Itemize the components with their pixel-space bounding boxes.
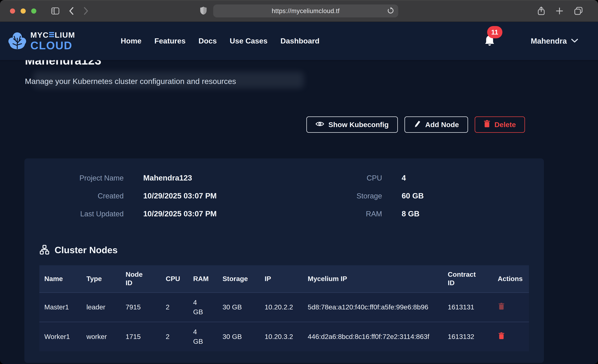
brand-top-pre: MYC [30,31,49,39]
new-tab-icon[interactable] [556,7,563,15]
nav-link-docs[interactable]: Docs [199,37,217,45]
url-text: https://myceliumcloud.tf [272,8,340,15]
delete-cluster-button[interactable]: Delete [475,116,525,133]
cell-name: Master1 [39,292,82,322]
notification-count-badge: 11 [487,26,502,38]
close-window-button[interactable] [10,8,15,14]
show-kubeconfig-button[interactable]: Show Kubeconfig [306,116,398,133]
delete-node-button[interactable] [498,302,505,311]
page-subtitle: Manage your Kubernetes cluster configura… [25,77,573,86]
cell-node-id: 7915 [121,292,161,322]
add-node-label: Add Node [425,121,459,129]
cell-mycelium-ip: 5d8:78ea:a120:f40c:ff0f:a5fe:99e6:8b96 [303,292,443,322]
chevron-down-icon [571,38,578,44]
browser-titlebar: https://myceliumcloud.tf [0,0,598,22]
brand-top-post: LIUM [55,31,75,39]
bell-icon [484,44,495,47]
cell-type: worker [82,322,121,351]
page-body: MYCLIUM CLOUD Home Features Docs Use Cas… [0,22,598,364]
cell-cpu: 2 [161,292,188,322]
project-name-value: Mahendra123 [143,173,192,182]
ram-label: RAM [298,210,382,218]
col-header-node-id: Node ID [121,265,161,292]
cpu-label: CPU [298,174,382,182]
cluster-actions: Show Kubeconfig Add Node [0,116,525,133]
traffic-lights [10,8,36,14]
cell-storage: 30 GB [218,322,260,351]
storage-value: 60 GB [402,191,424,200]
tabs-overview-icon[interactable] [574,7,583,15]
sidebar-toggle-icon[interactable] [51,8,59,14]
brand-logo[interactable]: MYCLIUM CLOUD [8,31,75,51]
table-row-master1: Master1 leader 7915 2 4 GB 30 GB 10.20.2… [39,292,529,322]
col-header-name: Name [39,265,82,292]
cell-storage: 30 GB [218,292,260,322]
cpu-value: 4 [402,173,406,182]
nav-link-dashboard[interactable]: Dashboard [281,37,319,45]
minimize-window-button[interactable] [21,8,26,14]
cluster-info: Project Name Mahendra123 Created 10/29/2… [39,173,529,227]
storage-label: Storage [298,192,382,200]
nav-link-features[interactable]: Features [154,37,186,45]
col-header-ip: IP [260,265,303,292]
project-name-label: Project Name [39,174,124,182]
delete-label: Delete [494,121,516,129]
last-updated-value: 10/29/2025 03:07 PM [143,209,216,218]
ram-value: 8 GB [402,209,419,218]
notifications-button[interactable]: 11 [484,35,495,47]
brand-wordmark: MYCLIUM CLOUD [30,31,75,51]
created-label: Created [39,192,124,200]
eye-icon [316,121,324,129]
user-name: Mahendra [531,36,567,45]
site-navbar: MYCLIUM CLOUD Home Features Docs Use Cas… [0,22,598,60]
browser-window: https://myceliumcloud.tf [0,0,598,364]
cluster-nodes-icon [39,245,50,255]
last-updated-label: Last Updated [39,210,124,218]
pencil-icon [414,120,421,129]
cell-contract-id: 1613132 [443,322,493,351]
cluster-nodes-table: Name Type Node ID CPU RAM Storage IP Myc… [39,265,529,351]
reload-icon[interactable] [387,7,394,15]
cluster-details-panel: Project Name Mahendra123 Created 10/29/2… [25,158,544,363]
nav-link-home[interactable]: Home [121,37,141,45]
add-node-button[interactable]: Add Node [405,116,468,133]
cell-node-id: 1715 [121,322,161,351]
cell-ram: 4 GB [188,322,218,351]
delete-node-button[interactable] [498,331,505,341]
table-header-row: Name Type Node ID CPU RAM Storage IP Myc… [39,265,529,292]
cell-name: Worker1 [39,322,82,351]
share-icon[interactable] [538,7,545,15]
forward-icon[interactable] [83,7,89,15]
mycelium-tree-icon [8,31,27,51]
cell-actions [493,292,529,322]
privacy-shield-icon[interactable] [200,6,207,16]
col-header-mycelium-ip: Mycelium IP [303,265,443,292]
nav-links: Home Features Docs Use Cases Dashboard [121,37,319,45]
col-header-type: Type [82,265,121,292]
address-bar[interactable]: https://myceliumcloud.tf [213,4,398,17]
cell-ram: 4 GB [188,292,218,322]
back-icon[interactable] [69,7,74,15]
created-value: 10/29/2025 03:07 PM [143,191,216,200]
cell-type: leader [82,292,121,322]
trash-icon [484,120,490,129]
brand-e-glyph [49,32,54,38]
cell-ip: 10.20.3.2 [260,322,303,351]
brand-bottom: CLOUD [30,40,75,51]
user-menu[interactable]: Mahendra [531,36,578,45]
show-kubeconfig-label: Show Kubeconfig [328,121,389,129]
nav-link-use-cases[interactable]: Use Cases [230,37,267,45]
cell-actions [493,322,529,351]
col-header-storage: Storage [218,265,260,292]
cell-mycelium-ip: 446:d2a6:8bcd:8c16:ff0f:72e2:3114:863f [303,322,443,351]
table-row-worker1: Worker1 worker 1715 2 4 GB 30 GB 10.20.3… [39,322,529,351]
col-header-cpu: CPU [161,265,188,292]
col-header-contract-id: Contract ID [443,265,493,292]
cell-contract-id: 1613131 [443,292,493,322]
cluster-nodes-heading: Cluster Nodes [55,245,118,255]
col-header-actions: Actions [493,265,529,292]
col-header-ram: RAM [188,265,218,292]
zoom-window-button[interactable] [31,8,36,14]
cell-ip: 10.20.2.2 [260,292,303,322]
cell-cpu: 2 [161,322,188,351]
